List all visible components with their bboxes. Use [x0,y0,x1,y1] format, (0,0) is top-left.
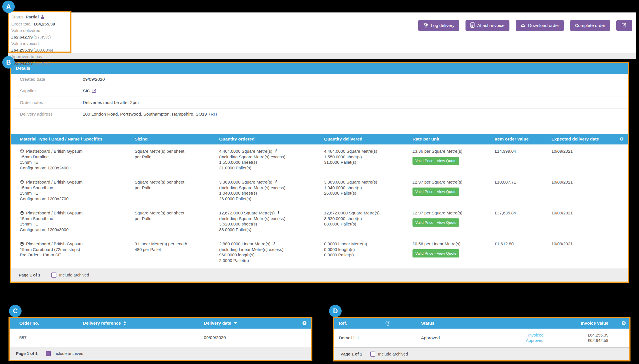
col-quantity-delivered: Quantity delivered [324,137,412,142]
material-row: Plasterboard / British Gypsum 19mm Coreb… [11,237,628,268]
header-divider-strip [8,53,636,59]
invoices-panel: Ref. ? Status Invoice value ⚙ Demo1111 A… [333,317,630,361]
invoiced-link[interactable]: Invoiced: [509,333,545,338]
quantity-delivered-cell: 4,464.0000 Square Metre(s) 1,550.0000 sh… [324,148,412,171]
quantity-ordered-cell: 2,880.0000 Linear Metre(s)i (Including L… [219,241,324,263]
table-settings-gear-icon[interactable]: ⚙ [621,321,627,326]
sizing-cell: Square Metre(s) per sheet per Pallet [135,179,219,201]
material-cell: Plasterboard / British Gypsum 19mm Coreb… [20,241,135,263]
user-icon [41,14,45,21]
info-icon[interactable]: i [275,179,276,185]
edit-supplier-icon[interactable] [92,88,97,94]
col-item-order-value: Item order value [495,137,551,142]
invoice-ref: Demo1111 [339,335,386,340]
status-line: Status:Partial [11,14,69,21]
item-value-cell: £1,612.80 [495,241,551,263]
detail-row-order-notes: Order notes Deliveries must be after 2pm [11,97,628,108]
download-icon [520,22,526,29]
rate-cell: £0.56 per Linear Metre(s) Valid Price - … [412,241,495,263]
table-settings-gear-icon[interactable]: ⚙ [302,321,307,326]
page-indicator: Page 1 of 1 [16,351,38,356]
valid-price-badge[interactable]: Valid Price - View Quote [412,188,459,196]
rate-cell: £2.97 per Square Metre(s) Valid Price - … [412,179,495,201]
materials-table-header: Material Type / Brand / Name / Specifics… [11,134,628,144]
detail-row-delivery-address: Delivery address 100 London Road, Portsw… [11,108,628,120]
status-value: Partial [26,14,39,19]
edit-order-button[interactable] [616,20,632,31]
material-row: Plasterboard / British Gypsum 15mm Sound… [11,175,628,206]
annotation-badge-a: A [2,1,15,13]
expected-date-cell: 10/09/2021 [551,179,612,201]
item-value-cell: £37,635.84 [495,210,551,232]
delivery-row[interactable]: 587 09/09/2020 [10,329,311,347]
deliveries-table-footer: Page 1 of 1 Include archived [10,347,311,360]
quantity-delivered-cell: 0.0000 Linear Metre(s) 0.0000 length(s) … [324,241,412,263]
include-archived-checkbox[interactable] [51,273,56,278]
annotation-badge-c: C [9,305,22,317]
deliveries-panel: Order no. Delivery reference Delivery da… [9,317,312,361]
include-archived-checkbox[interactable] [370,352,375,357]
attach-invoice-button[interactable]: Attach invoice [466,20,509,31]
delivery-order-no: 587 [19,335,83,340]
materials-table-footer: Page 1 of 1 Include archived [11,268,628,282]
col-delivery-reference: Delivery reference [83,321,121,326]
col-expected-delivery-date: Expected delivery date [551,137,612,142]
col-order-no: Order no. [19,321,83,326]
include-archived-label: Include archived [54,351,84,356]
download-order-button[interactable]: Download order [516,20,564,31]
expected-date-cell: 10/09/2021 [551,241,612,263]
table-settings-gear-icon[interactable]: ⚙ [620,137,624,141]
valid-price-badge[interactable]: Valid Price - View Quote [412,157,459,165]
col-material: Material Type / Brand / Name / Specifics [20,137,135,142]
order-details-panel: Details Created date 09/09/2020 Supplier… [10,62,629,283]
sort-updown-icon[interactable] [123,321,126,325]
rate-cell: £2.97 per Square Metre(s) Valid Price - … [412,210,495,232]
col-quantity-ordered: Quantity ordered [219,137,324,142]
item-value-cell: £10,007.71 [495,179,551,201]
value-invoiced-line: Value invoiced:£64,255.39(100.00%) [11,40,69,53]
detail-row-created-date: Created date 09/09/2020 [11,74,628,85]
sizing-cell: Square Metre(s) per sheet per Pallet [135,210,219,232]
order-header-bar: Status:Partial Order total:£64,255.39 Va… [8,12,636,53]
col-invoice-value: Invoice value [545,321,608,326]
details-section-header: Details [11,63,628,74]
material-cell: Plasterboard / British Gypsum 15mm Dural… [20,148,135,171]
invoiced-value: £64,255.39 [545,333,608,338]
include-archived-label: Include archived [59,273,89,277]
supplier-name: SIG [83,88,90,93]
quantity-ordered-cell: 3,369.6000 Square Metre(s)i (Including S… [219,179,324,201]
material-cell: Plasterboard / British Gypsum 15mm Sound… [20,210,135,232]
page-indicator: Page 1 of 1 [19,273,41,277]
order-summary-panel: Status:Partial Order total:£64,255.39 Va… [8,11,71,53]
material-cube-icon [20,180,24,184]
page-canvas: A B C D Status:Partial Order total:£64,2… [0,0,639,364]
col-rate-per-unit: Rate per unit [412,137,495,142]
sizing-cell: 3 Linear Metre(s) per length 480 per Pal… [135,241,219,263]
valid-price-badge[interactable]: Valid Price - View Quote [412,249,459,258]
col-ref: Ref. [339,321,386,326]
info-icon[interactable]: i [273,241,274,247]
order-actions-toolbar: Log delivery Attach invoice Download ord… [418,20,632,31]
include-archived-label: Include archived [378,352,408,356]
detail-row-supplier: Supplier SIG [11,85,628,97]
log-delivery-button[interactable]: Log delivery [418,20,460,31]
material-row: Plasterboard / British Gypsum 15mm Sound… [11,206,628,237]
info-icon[interactable]: i [275,148,276,154]
valid-price-badge[interactable]: Valid Price - View Quote [412,218,459,227]
edit-pencil-icon [622,22,627,29]
help-icon[interactable]: ? [386,321,390,326]
include-archived-checkbox[interactable] [46,351,51,356]
approved-link[interactable]: Approved: [509,338,545,343]
material-cube-icon [20,149,24,154]
approved-value: £62,642.59 [545,338,608,343]
quantity-delivered-cell: 3,369.6000 Square Metre(s) 1,040.0000 sh… [324,179,412,201]
delivery-date: 09/09/2020 [204,335,297,340]
invoice-status: Approved [421,335,509,340]
info-icon[interactable]: i [277,210,279,216]
invoices-table-footer: Page 1 of 1 Include archived [334,347,629,360]
complete-order-button[interactable]: Complete order [570,20,610,31]
value-delivered-line: Value delivered:£62,642.59(97.49%) [11,27,69,40]
order-total-line: Order total:£64,255.39 [11,21,69,27]
invoice-row[interactable]: Demo1111 Approved Invoiced: Approved: £6… [334,329,629,347]
sort-down-icon[interactable] [234,322,237,324]
